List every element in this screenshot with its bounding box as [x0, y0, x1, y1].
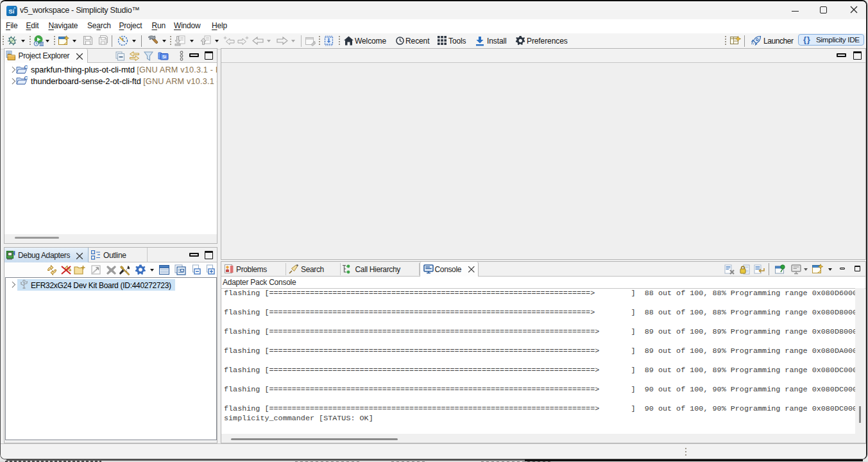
svg-text:C: C: [24, 76, 28, 81]
svg-text:Si: Si: [8, 8, 14, 15]
svg-text:C: C: [24, 65, 28, 70]
svg-text:Si: Si: [162, 55, 167, 59]
